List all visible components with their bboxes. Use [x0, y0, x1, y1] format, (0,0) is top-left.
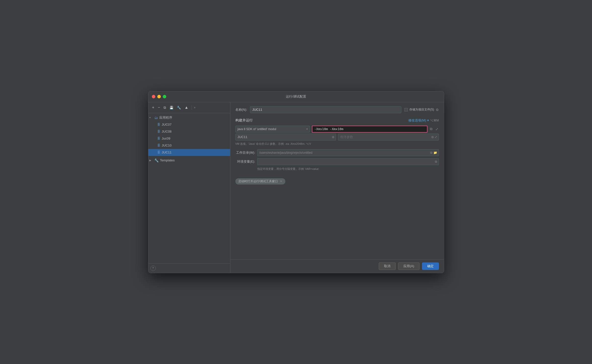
section-title: 构建并运行 — [235, 118, 253, 123]
config-icon: 🗄 — [157, 151, 160, 154]
class-params-row: JUC11 ⧉ 程序参数 ⧉ ⤢ — [235, 134, 439, 141]
sidebar-item-label: JUC10 — [162, 144, 172, 147]
env-field: 环境变量(E): ⧉ — [235, 158, 439, 165]
remove-config-button[interactable]: − — [157, 105, 161, 110]
save-as-file-label: 存储为项目文件(S) — [409, 108, 434, 112]
save-config-button[interactable]: 💾 — [168, 105, 175, 110]
modify-shortcut: ⌥⌘M — [430, 119, 439, 122]
class-name-text: JUC11 — [237, 135, 332, 139]
bottom-toolbar: 取消 应用(A) 确定 — [230, 259, 444, 273]
copy-config-button[interactable]: ⧉ — [162, 105, 167, 110]
sidebar-item-label: JUC07 — [162, 123, 172, 126]
program-params-placeholder: 程序参数 — [339, 135, 431, 139]
dialog-title: 运行/调试配置 — [286, 94, 306, 99]
sidebar-item-label: JUC11 — [162, 150, 172, 154]
wrench-icon: 🔧 — [154, 158, 159, 162]
copy-vm-options-button[interactable]: ⧉ — [429, 126, 433, 132]
toolbar-divider — [192, 105, 192, 110]
config-icon: 🗄 — [157, 137, 160, 140]
sidebar-item-label: JUC08 — [162, 130, 172, 133]
sidebar: + − ⧉ 💾 🔧 ▲ » — [148, 102, 230, 273]
copy-env-button[interactable]: ⧉ — [434, 159, 438, 164]
modify-options-link[interactable]: 修改选项(M) — [408, 118, 426, 123]
traffic-lights — [152, 95, 166, 98]
copy-class-button[interactable]: ⧉ — [332, 135, 335, 139]
expand-vm-options-button[interactable]: ⤢ — [435, 127, 439, 132]
wrench-button[interactable]: 🔧 — [176, 105, 182, 110]
section-header: 构建并运行 修改选项(M) ▾ ⌥⌘M — [235, 118, 439, 123]
env-label: 环境变量(E): — [235, 159, 255, 164]
name-label: 名称(N): — [235, 108, 247, 112]
expand-params-button[interactable]: ⤢ — [434, 135, 438, 139]
chevron-down-icon: ▾ — [149, 116, 153, 119]
working-dir-label: 工作目录(W): — [235, 150, 255, 155]
env-input: ⧉ — [257, 158, 439, 165]
folder-icon: 🗂 — [154, 116, 158, 120]
sidebar-item-label: Juc09 — [162, 137, 170, 140]
close-tag-button[interactable]: ✕ — [280, 180, 282, 183]
save-as-file-area: 存储为项目文件(S) ⚙ — [404, 108, 439, 112]
sidebar-bottom: ? — [148, 263, 230, 273]
name-row: 名称(N): 存储为项目文件(S) ⚙ — [235, 106, 439, 113]
right-panel: 名称(N): 存储为项目文件(S) ⚙ 构建并运行 修改选项(M) ▾ ⌥⌘M — [230, 102, 444, 259]
copy-icon: ⧉ — [164, 106, 166, 110]
config-icon: 🗄 — [157, 130, 160, 133]
browse-dir-button[interactable]: 📁 — [433, 150, 438, 155]
sidebar-list: ▾ 🗂 应用程序 🗄 JUC07 🗄 JUC08 🗄 Juc09 � — [148, 113, 230, 263]
copy-dir-button[interactable]: ⧉ — [430, 150, 433, 155]
working-dir-input[interactable]: /users/wuhan/e/java/blog/rejects/untitle… — [257, 149, 439, 156]
dropdown-arrow-icon: ▾ — [306, 128, 308, 130]
chevron-down-icon: ▾ — [427, 118, 429, 122]
ok-button[interactable]: 确定 — [422, 262, 439, 270]
launch-tag-text: 启动时打开运行/调试工具窗口 — [238, 179, 278, 183]
working-dir-value: /users/wuhan/e/java/blog/rejects/untitle… — [258, 151, 430, 154]
save-icon: 💾 — [169, 106, 173, 109]
launch-tag: 启动时打开运行/调试工具窗口 ✕ — [235, 178, 285, 184]
apply-button[interactable]: 应用(A) — [398, 262, 419, 270]
program-params-container: 程序参数 ⧉ ⤢ — [338, 134, 439, 141]
sidebar-item-juc11[interactable]: 🗄 JUC11 — [148, 149, 230, 156]
close-button[interactable] — [152, 95, 155, 98]
templates-label: Templates — [160, 158, 175, 162]
arrow-up-icon: ▲ — [184, 105, 188, 110]
main-content: + − ⧉ 💾 🔧 ▲ » — [148, 102, 444, 273]
help-button[interactable]: ? — [150, 265, 156, 271]
launch-tag-area: 启动时打开运行/调试工具窗口 ✕ — [235, 174, 439, 184]
save-as-file-checkbox[interactable] — [404, 108, 408, 111]
sidebar-group-application[interactable]: ▾ 🗂 应用程序 — [148, 114, 230, 121]
sdk-dropdown-text: java 8 SDK of 'untitled' modul — [238, 127, 305, 131]
sidebar-item-juc08[interactable]: 🗄 JUC08 — [148, 128, 230, 135]
sdk-dropdown[interactable]: java 8 SDK of 'untitled' modul ▾ — [235, 126, 310, 133]
sidebar-item-juc09[interactable]: 🗄 Juc09 — [148, 135, 230, 142]
run-debug-dialog: 运行/调试配置 + − ⧉ 💾 🔧 ▲ — [148, 91, 444, 273]
modify-options: 修改选项(M) ▾ ⌥⌘M — [408, 118, 439, 123]
minimize-button[interactable] — [157, 95, 161, 98]
titlebar: 运行/调试配置 — [148, 91, 444, 102]
config-icon: 🗄 — [157, 144, 160, 147]
chevron-right-icon: ▶ — [149, 159, 153, 162]
more-options-icon[interactable]: » — [194, 106, 196, 109]
cancel-button[interactable]: 取消 — [379, 262, 396, 270]
class-input-container: JUC11 ⧉ — [235, 134, 336, 141]
config-icon: 🗄 — [157, 123, 160, 126]
env-input-field[interactable] — [258, 160, 434, 163]
add-config-button[interactable]: + — [151, 105, 156, 110]
sidebar-toolbar: + − ⧉ 💾 🔧 ▲ » — [148, 102, 230, 113]
sidebar-item-juc10[interactable]: 🗄 JUC10 — [148, 142, 230, 149]
env-hint: 指定环境变量，用分号分隔变量。示例: VAR=value — [257, 167, 439, 171]
maximize-button[interactable] — [163, 95, 166, 98]
group-label: 应用程序 — [159, 115, 172, 120]
name-input[interactable] — [250, 106, 401, 113]
copy-params-button[interactable]: ⧉ — [431, 135, 434, 139]
sidebar-item-templates[interactable]: ▶ 🔧 Templates — [148, 157, 230, 164]
working-dir-field: 工作目录(W): /users/wuhan/e/java/blog/reject… — [235, 149, 439, 156]
vm-options-input[interactable] — [312, 126, 427, 133]
sdk-vm-row: java 8 SDK of 'untitled' modul ▾ ⧉ ⤢ — [235, 126, 439, 133]
sidebar-item-juc07[interactable]: 🗄 JUC07 — [148, 121, 230, 128]
settings-icon[interactable]: ⚙ — [436, 108, 439, 112]
vm-hint: VM 选项。'Java' 命令的 CLI 参数。示例: -ea -Xmx2048… — [235, 142, 439, 146]
wrench-icon: 🔧 — [177, 106, 181, 109]
move-up-button[interactable]: ▲ — [183, 105, 190, 110]
